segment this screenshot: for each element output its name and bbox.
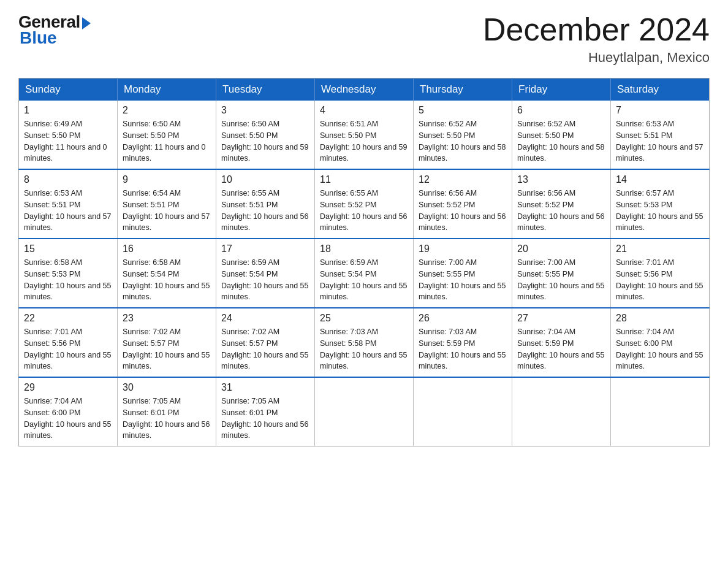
calendar-cell: 31 Sunrise: 7:05 AM Sunset: 6:01 PM Dayl… [216, 377, 315, 446]
month-title: December 2024 [483, 12, 710, 47]
calendar-cell: 24 Sunrise: 7:02 AM Sunset: 5:57 PM Dayl… [216, 308, 315, 377]
calendar-week-row: 8 Sunrise: 6:53 AM Sunset: 5:51 PM Dayli… [19, 169, 710, 239]
calendar-cell: 2 Sunrise: 6:50 AM Sunset: 5:50 PM Dayli… [118, 101, 216, 169]
day-number: 15 [24, 243, 112, 255]
day-info: Sunrise: 6:55 AM Sunset: 5:51 PM Dayligh… [221, 188, 309, 234]
day-info: Sunrise: 7:04 AM Sunset: 6:00 PM Dayligh… [24, 396, 112, 442]
day-info: Sunrise: 6:49 AM Sunset: 5:50 PM Dayligh… [24, 118, 112, 164]
day-number: 19 [419, 243, 507, 255]
calendar-cell: 3 Sunrise: 6:50 AM Sunset: 5:50 PM Dayli… [216, 101, 315, 169]
location: Hueytlalpan, Mexico [483, 50, 710, 66]
day-info: Sunrise: 6:52 AM Sunset: 5:50 PM Dayligh… [419, 118, 507, 164]
calendar-cell: 30 Sunrise: 7:05 AM Sunset: 6:01 PM Dayl… [118, 377, 216, 446]
day-number: 9 [123, 174, 211, 185]
day-number: 14 [616, 174, 704, 185]
day-number: 7 [616, 105, 704, 116]
calendar-cell: 15 Sunrise: 6:58 AM Sunset: 5:53 PM Dayl… [19, 239, 118, 308]
day-info: Sunrise: 7:05 AM Sunset: 6:01 PM Dayligh… [123, 396, 211, 442]
calendar-cell: 22 Sunrise: 7:01 AM Sunset: 5:56 PM Dayl… [19, 308, 118, 377]
day-info: Sunrise: 6:52 AM Sunset: 5:50 PM Dayligh… [517, 118, 605, 164]
day-info: Sunrise: 7:01 AM Sunset: 5:56 PM Dayligh… [616, 257, 704, 303]
day-info: Sunrise: 6:56 AM Sunset: 5:52 PM Dayligh… [517, 188, 605, 234]
day-info: Sunrise: 6:56 AM Sunset: 5:52 PM Dayligh… [419, 188, 507, 234]
day-number: 21 [616, 243, 704, 255]
day-info: Sunrise: 7:04 AM Sunset: 6:00 PM Dayligh… [616, 326, 704, 372]
calendar-cell: 9 Sunrise: 6:54 AM Sunset: 5:51 PM Dayli… [118, 169, 216, 239]
calendar-week-row: 1 Sunrise: 6:49 AM Sunset: 5:50 PM Dayli… [19, 101, 710, 169]
calendar-cell: 16 Sunrise: 6:58 AM Sunset: 5:54 PM Dayl… [118, 239, 216, 308]
col-thursday: Thursday [414, 79, 512, 101]
day-info: Sunrise: 7:05 AM Sunset: 6:01 PM Dayligh… [221, 396, 309, 442]
day-number: 24 [221, 313, 309, 324]
calendar-cell [611, 377, 710, 446]
day-info: Sunrise: 6:53 AM Sunset: 5:51 PM Dayligh… [24, 188, 112, 234]
day-info: Sunrise: 6:54 AM Sunset: 5:51 PM Dayligh… [123, 188, 211, 234]
day-info: Sunrise: 6:58 AM Sunset: 5:54 PM Dayligh… [123, 257, 211, 303]
col-wednesday: Wednesday [315, 79, 414, 101]
day-number: 18 [320, 243, 408, 255]
day-info: Sunrise: 7:01 AM Sunset: 5:56 PM Dayligh… [24, 326, 112, 372]
calendar-cell: 23 Sunrise: 7:02 AM Sunset: 5:57 PM Dayl… [118, 308, 216, 377]
day-number: 23 [123, 313, 211, 324]
day-number: 16 [123, 243, 211, 255]
day-number: 28 [616, 313, 704, 324]
calendar-cell: 29 Sunrise: 7:04 AM Sunset: 6:00 PM Dayl… [19, 377, 118, 446]
calendar-cell: 17 Sunrise: 6:59 AM Sunset: 5:54 PM Dayl… [216, 239, 315, 308]
calendar-cell: 4 Sunrise: 6:51 AM Sunset: 5:50 PM Dayli… [315, 101, 414, 169]
day-number: 12 [419, 174, 507, 185]
calendar-header-row: Sunday Monday Tuesday Wednesday Thursday… [19, 79, 710, 101]
calendar-week-row: 15 Sunrise: 6:58 AM Sunset: 5:53 PM Dayl… [19, 239, 710, 308]
day-number: 11 [320, 174, 408, 185]
calendar-cell: 19 Sunrise: 7:00 AM Sunset: 5:55 PM Dayl… [414, 239, 512, 308]
day-number: 29 [24, 382, 112, 393]
day-info: Sunrise: 7:00 AM Sunset: 5:55 PM Dayligh… [419, 257, 507, 303]
col-friday: Friday [512, 79, 611, 101]
day-number: 10 [221, 174, 309, 185]
day-number: 22 [24, 313, 112, 324]
calendar-cell: 1 Sunrise: 6:49 AM Sunset: 5:50 PM Dayli… [19, 101, 118, 169]
calendar-cell: 8 Sunrise: 6:53 AM Sunset: 5:51 PM Dayli… [19, 169, 118, 239]
calendar-cell: 10 Sunrise: 6:55 AM Sunset: 5:51 PM Dayl… [216, 169, 315, 239]
day-info: Sunrise: 7:03 AM Sunset: 5:59 PM Dayligh… [419, 326, 507, 372]
day-number: 25 [320, 313, 408, 324]
day-info: Sunrise: 6:58 AM Sunset: 5:53 PM Dayligh… [24, 257, 112, 303]
calendar-cell [414, 377, 512, 446]
day-number: 31 [221, 382, 309, 393]
day-info: Sunrise: 7:02 AM Sunset: 5:57 PM Dayligh… [123, 326, 211, 372]
calendar-week-row: 29 Sunrise: 7:04 AM Sunset: 6:00 PM Dayl… [19, 377, 710, 446]
day-info: Sunrise: 6:57 AM Sunset: 5:53 PM Dayligh… [616, 188, 704, 234]
day-number: 26 [419, 313, 507, 324]
logo-arrow-icon [82, 17, 91, 29]
logo-blue-text: Blue [20, 28, 57, 48]
calendar-cell: 14 Sunrise: 6:57 AM Sunset: 5:53 PM Dayl… [611, 169, 710, 239]
day-number: 20 [517, 243, 605, 255]
calendar-cell: 28 Sunrise: 7:04 AM Sunset: 6:00 PM Dayl… [611, 308, 710, 377]
day-info: Sunrise: 6:59 AM Sunset: 5:54 PM Dayligh… [221, 257, 309, 303]
calendar-cell: 25 Sunrise: 7:03 AM Sunset: 5:58 PM Dayl… [315, 308, 414, 377]
day-number: 8 [24, 174, 112, 185]
day-info: Sunrise: 6:50 AM Sunset: 5:50 PM Dayligh… [221, 118, 309, 164]
calendar-cell: 6 Sunrise: 6:52 AM Sunset: 5:50 PM Dayli… [512, 101, 611, 169]
calendar-cell: 27 Sunrise: 7:04 AM Sunset: 5:59 PM Dayl… [512, 308, 611, 377]
calendar-cell: 5 Sunrise: 6:52 AM Sunset: 5:50 PM Dayli… [414, 101, 512, 169]
day-info: Sunrise: 7:04 AM Sunset: 5:59 PM Dayligh… [517, 326, 605, 372]
day-info: Sunrise: 6:55 AM Sunset: 5:52 PM Dayligh… [320, 188, 408, 234]
col-tuesday: Tuesday [216, 79, 315, 101]
calendar-cell: 21 Sunrise: 7:01 AM Sunset: 5:56 PM Dayl… [611, 239, 710, 308]
col-saturday: Saturday [611, 79, 710, 101]
calendar-week-row: 22 Sunrise: 7:01 AM Sunset: 5:56 PM Dayl… [19, 308, 710, 377]
day-info: Sunrise: 7:00 AM Sunset: 5:55 PM Dayligh… [517, 257, 605, 303]
day-number: 4 [320, 105, 408, 116]
day-number: 2 [123, 105, 211, 116]
calendar-cell: 13 Sunrise: 6:56 AM Sunset: 5:52 PM Dayl… [512, 169, 611, 239]
day-number: 13 [517, 174, 605, 185]
day-number: 5 [419, 105, 507, 116]
day-info: Sunrise: 6:50 AM Sunset: 5:50 PM Dayligh… [123, 118, 211, 164]
calendar-cell: 7 Sunrise: 6:53 AM Sunset: 5:51 PM Dayli… [611, 101, 710, 169]
day-number: 3 [221, 105, 309, 116]
day-number: 27 [517, 313, 605, 324]
calendar-cell: 11 Sunrise: 6:55 AM Sunset: 5:52 PM Dayl… [315, 169, 414, 239]
day-info: Sunrise: 6:51 AM Sunset: 5:50 PM Dayligh… [320, 118, 408, 164]
calendar-cell: 26 Sunrise: 7:03 AM Sunset: 5:59 PM Dayl… [414, 308, 512, 377]
day-info: Sunrise: 6:53 AM Sunset: 5:51 PM Dayligh… [616, 118, 704, 164]
